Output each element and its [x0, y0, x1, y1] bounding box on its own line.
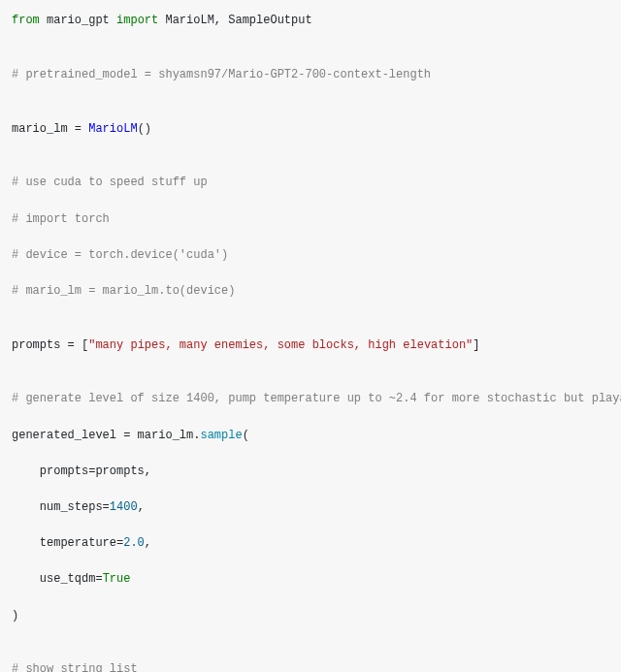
code-line: prompts = ["many pipes, many enemies, so… — [12, 336, 609, 355]
code-line: num_steps=1400, — [12, 498, 609, 517]
comment: # pretrained_model = shyamsn97/Mario-GPT… — [12, 68, 431, 81]
keyword-import: import — [116, 14, 158, 27]
code-line: from mario_gpt import MarioLM, SampleOut… — [12, 12, 609, 30]
code-line: # pretrained_model = shyamsn97/Mario-GPT… — [12, 66, 609, 84]
number-literal: 2.0 — [123, 536, 145, 550]
code-line: # generate level of size 1400, pump temp… — [12, 390, 609, 408]
module-name: mario_gpt — [40, 14, 116, 27]
code-line: # device = torch.device('cuda') — [12, 246, 609, 265]
code-line: # import torch — [12, 210, 609, 229]
parens: () — [138, 122, 151, 136]
code-line: generated_level = mario_lm.sample( — [12, 427, 609, 445]
arg: prompts=prompts, — [12, 464, 151, 478]
code-line: mario_lm = MarioLM() — [12, 120, 609, 139]
assign: mario_lm = — [12, 122, 88, 136]
paren: ) — [12, 609, 18, 623]
string-literal: "many pipes, many enemies, some blocks, … — [88, 338, 473, 352]
comment: # device = torch.device('cuda') — [12, 248, 228, 262]
class-name: MarioLM — [88, 122, 137, 136]
comma: , — [145, 536, 151, 550]
code-line: temperature=2.0, — [12, 534, 609, 553]
expr: generated_level = mario_lm. — [12, 429, 200, 442]
comma: , — [138, 500, 145, 514]
comment: # import torch — [12, 212, 110, 226]
code-line: prompts=prompts, — [12, 463, 609, 481]
arg: num_steps= — [12, 500, 110, 514]
arg: temperature= — [12, 536, 123, 550]
comment: # show string list — [12, 662, 138, 672]
assign: prompts = [ — [12, 338, 88, 352]
comment: # use cuda to speed stuff up — [12, 176, 208, 189]
code-line: # mario_lm = mario_lm.to(device) — [12, 282, 609, 301]
code-line: # use cuda to speed stuff up — [12, 174, 609, 192]
method-name: sample — [200, 429, 242, 442]
paren: ( — [243, 429, 249, 442]
bool-literal: True — [103, 572, 131, 586]
code-line: use_tqdm=True — [12, 570, 609, 589]
bracket: ] — [473, 338, 479, 352]
import-names: MarioLM, SampleOutput — [158, 14, 311, 27]
code-line: # show string list — [12, 660, 609, 672]
code-line: ) — [12, 607, 609, 625]
arg: use_tqdm= — [12, 572, 103, 586]
comment: # generate level of size 1400, pump temp… — [12, 392, 621, 405]
number-literal: 1400 — [110, 500, 138, 514]
keyword-from: from — [12, 14, 40, 27]
code-block: from mario_gpt import MarioLM, SampleOut… — [12, 12, 609, 672]
comment: # mario_lm = mario_lm.to(device) — [12, 284, 235, 298]
